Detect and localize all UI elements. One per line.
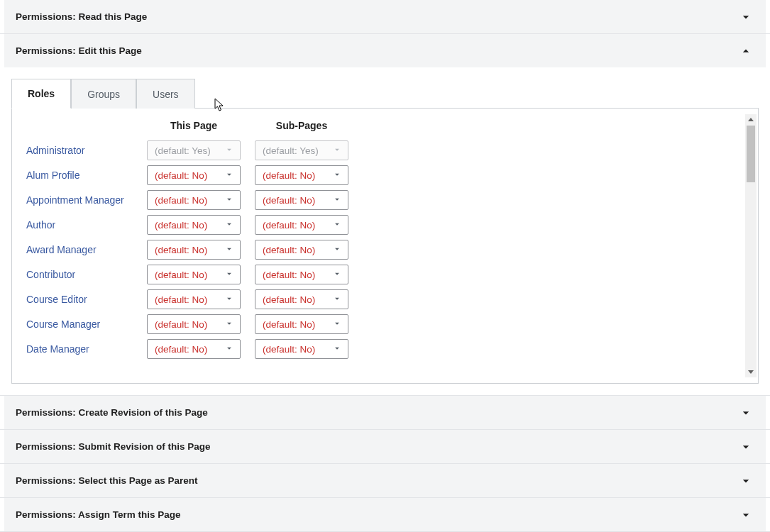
panel-header-read[interactable]: Permissions: Read this Page — [4, 0, 766, 33]
permission-select-this-page[interactable]: (default: No) — [147, 314, 241, 334]
panel-header-select-parent[interactable]: Permissions: Select this Page as Parent — [4, 464, 766, 497]
panel-header-assign-term[interactable]: Permissions: Assign Term this Page — [4, 498, 766, 531]
chevron-down-icon — [332, 194, 342, 206]
permission-select-sub-pages[interactable]: (default: No) — [255, 339, 348, 359]
chevron-down-icon — [332, 318, 342, 331]
scrollbar-thumb[interactable] — [747, 126, 755, 182]
chevron-down-icon — [224, 244, 234, 256]
panel-header-create-revision[interactable]: Permissions: Create Revision of this Pag… — [4, 396, 766, 429]
permission-value: (default: No) — [263, 170, 315, 181]
scroll-down-icon[interactable] — [745, 366, 757, 377]
role-name: Award Manager — [26, 244, 133, 255]
column-header-this-page: This Page — [147, 120, 241, 135]
chevron-down-icon — [224, 219, 234, 231]
role-name: Alum Profile — [26, 170, 133, 181]
permission-value: (default: No) — [263, 294, 315, 305]
permission-select-sub-pages[interactable]: (default: Yes) — [255, 140, 348, 160]
panel-title-select-parent: Permissions: Select this Page as Parent — [16, 475, 198, 486]
permission-select-sub-pages[interactable]: (default: No) — [255, 190, 348, 210]
permission-select-sub-pages[interactable]: (default: No) — [255, 240, 348, 260]
chevron-down-icon — [332, 343, 342, 355]
chevron-down-icon — [332, 269, 342, 281]
permission-value: (default: Yes) — [263, 145, 319, 156]
role-name: Date Manager — [26, 343, 133, 355]
permission-select-sub-pages[interactable]: (default: No) — [255, 314, 348, 334]
role-name: Course Editor — [26, 294, 133, 305]
panel-header-edit[interactable]: Permissions: Edit this Page — [4, 34, 766, 67]
chevron-down-icon — [332, 170, 342, 182]
chevron-down-icon — [224, 170, 234, 182]
permission-select-sub-pages[interactable]: (default: No) — [255, 289, 348, 309]
chevron-up-icon — [737, 43, 754, 60]
tabs: Roles Groups Users — [11, 79, 759, 109]
chevron-down-icon — [332, 244, 342, 256]
permission-value: (default: No) — [263, 344, 315, 355]
permission-value: (default: No) — [155, 319, 207, 330]
permission-value: (default: No) — [263, 270, 315, 280]
panel-title-assign-term: Permissions: Assign Term this Page — [16, 509, 181, 520]
permission-value: (default: No) — [155, 245, 207, 255]
chevron-down-icon — [737, 506, 754, 523]
chevron-down-icon — [224, 343, 234, 355]
permission-select-this-page[interactable]: (default: Yes) — [147, 140, 241, 160]
permission-select-this-page[interactable]: (default: No) — [147, 289, 241, 309]
chevron-down-icon — [737, 438, 754, 455]
permission-value: (default: No) — [155, 195, 207, 206]
permission-value: (default: No) — [155, 270, 207, 280]
role-name: Contributor — [26, 269, 133, 280]
permission-value: (default: No) — [155, 294, 207, 305]
column-header-sub-pages: Sub-Pages — [255, 120, 348, 135]
permission-value: (default: No) — [155, 170, 207, 181]
permission-select-sub-pages[interactable]: (default: No) — [255, 265, 348, 284]
permission-value: (default: No) — [155, 220, 207, 231]
role-name: Course Manager — [26, 318, 133, 330]
permission-select-this-page[interactable]: (default: No) — [147, 165, 241, 185]
role-name: Appointment Manager — [26, 194, 133, 206]
role-name: Author — [26, 219, 133, 231]
chevron-down-icon — [224, 318, 234, 331]
permission-select-this-page[interactable]: (default: No) — [147, 215, 241, 235]
scrollbar[interactable] — [745, 114, 757, 377]
panel-header-submit-revision[interactable]: Permissions: Submit Revision of this Pag… — [4, 430, 766, 463]
permission-select-this-page[interactable]: (default: No) — [147, 265, 241, 284]
role-name: Administrator — [26, 145, 133, 156]
panel-title-create-revision: Permissions: Create Revision of this Pag… — [16, 407, 208, 418]
chevron-down-icon — [224, 194, 234, 206]
tab-roles[interactable]: Roles — [11, 79, 71, 109]
permission-value: (default: No) — [263, 245, 315, 255]
chevron-down-icon — [224, 294, 234, 306]
chevron-down-icon — [332, 145, 342, 157]
chevron-down-icon — [224, 269, 234, 281]
chevron-down-icon — [737, 9, 754, 26]
tab-groups[interactable]: Groups — [71, 79, 136, 109]
chevron-down-icon — [737, 404, 754, 421]
scroll-up-icon[interactable] — [745, 114, 757, 126]
chevron-down-icon — [332, 294, 342, 306]
tab-users[interactable]: Users — [136, 79, 195, 109]
permission-select-this-page[interactable]: (default: No) — [147, 240, 241, 260]
chevron-down-icon — [737, 472, 754, 489]
permission-value: (default: No) — [263, 319, 315, 330]
panel-title-submit-revision: Permissions: Submit Revision of this Pag… — [16, 441, 211, 452]
permission-value: (default: Yes) — [155, 145, 211, 156]
panel-title-read: Permissions: Read this Page — [16, 11, 147, 22]
permission-select-this-page[interactable]: (default: No) — [147, 190, 241, 210]
permission-select-this-page[interactable]: (default: No) — [147, 339, 241, 359]
permission-value: (default: No) — [263, 195, 315, 206]
permission-select-sub-pages[interactable]: (default: No) — [255, 165, 348, 185]
panel-title-edit: Permissions: Edit this Page — [16, 45, 142, 56]
chevron-down-icon — [332, 219, 342, 231]
permission-value: (default: No) — [263, 220, 315, 231]
chevron-down-icon — [224, 145, 234, 157]
permission-select-sub-pages[interactable]: (default: No) — [255, 215, 348, 235]
permission-value: (default: No) — [155, 344, 207, 355]
